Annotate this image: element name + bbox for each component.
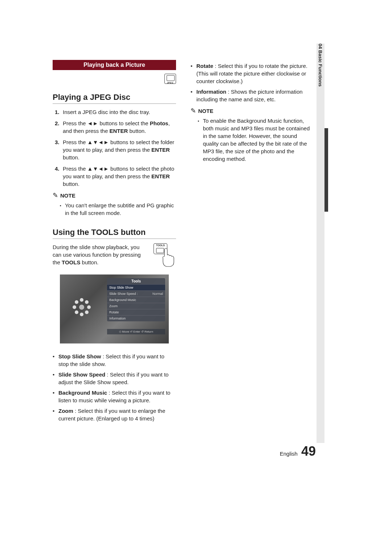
arrow-icons: ▲▼◄► — [87, 139, 109, 145]
bullet-text: Information : Shows the picture informat… — [196, 88, 314, 103]
menu-footer-hints: ◇ Move ⏎ Enter ↺ Return — [107, 329, 165, 334]
jpeg-icon — [164, 74, 176, 84]
note-icon: ✎ — [191, 107, 196, 115]
chapter-tab: 04 Basic Functions — [318, 44, 325, 88]
bullet-text: Rotate : Select this if you to rotate th… — [196, 62, 314, 85]
tools-menu-screenshot: Tools Stop Slide Show Slide Show Speed :… — [60, 274, 169, 343]
menu-item: Background Music — [107, 297, 165, 303]
menu-item: Information — [107, 315, 165, 321]
bullet-text: Slide Show Speed : Select this if you wa… — [58, 371, 176, 386]
step-text: Press the ▲▼◄► buttons to select the fol… — [63, 138, 176, 161]
step-number: 3. — [55, 138, 63, 161]
bullet-text: Zoom : Select this if you want to enlarg… — [58, 407, 176, 422]
tools-menu-panel: Tools Stop Slide Show Slide Show Speed :… — [107, 278, 165, 321]
bullet-icon: • — [53, 371, 58, 386]
menu-item: Stop Slide Show — [107, 284, 165, 290]
side-thumb-tab-dark — [324, 128, 328, 212]
note-label: NOTE — [60, 192, 75, 199]
side-thumb-tab-bg — [317, 44, 324, 443]
tools-bullet-list-left: • Stop Slide Show : Select this if you w… — [53, 353, 176, 422]
footer-language: English — [280, 451, 298, 457]
bullet-item: • Slide Show Speed : Select this if you … — [53, 371, 176, 386]
flower-image — [73, 298, 91, 316]
divider — [53, 239, 176, 239]
step-item: 1. Insert a JPEG disc into the disc tray… — [55, 108, 176, 116]
bullet-icon: • — [53, 407, 58, 422]
note-text: You can't enlarge the subtitle and PG gr… — [65, 202, 176, 217]
menu-item: Slide Show Speed :Normal — [107, 290, 165, 297]
bullet-text: Background Music : Select this if you wa… — [58, 389, 176, 404]
bullet-icon: • — [53, 353, 58, 368]
note-bullet-icon: ▪ — [60, 203, 61, 217]
left-column: Playing back a Picture Playing a JPEG Di… — [53, 60, 176, 425]
step-number: 1. — [55, 108, 63, 116]
step-number: 4. — [55, 165, 63, 188]
chapter-tab-label: 04 Basic Functions — [318, 44, 323, 86]
bullet-icon: • — [53, 389, 58, 404]
heading-playing-jpeg: Playing a JPEG Disc — [53, 93, 176, 102]
step-text: Press the ▲▼◄► buttons to select the pho… — [63, 165, 176, 188]
hand-icon — [161, 248, 177, 268]
bullet-item: • Background Music : Select this if you … — [53, 389, 176, 404]
menu-item: Rotate — [107, 309, 165, 315]
page-content: Playing back a Picture Playing a JPEG Di… — [53, 60, 314, 425]
step-item: 4. Press the ▲▼◄► buttons to select the … — [55, 165, 176, 188]
note-text: To enable the Background Music function,… — [203, 117, 314, 163]
bullet-item: • Zoom : Select this if you want to enla… — [53, 407, 176, 422]
bullet-icon: • — [191, 88, 196, 103]
note-heading: ✎ NOTE — [191, 107, 314, 115]
note-item: ▪ You can't enlarge the subtitle and PG … — [60, 202, 176, 217]
section-banner: Playing back a Picture — [53, 60, 176, 70]
step-item: 2. Press the ◄► buttons to select the Ph… — [55, 119, 176, 135]
arrow-icons: ◄► — [87, 120, 98, 126]
right-column: • Rotate : Select this if you to rotate … — [191, 60, 314, 425]
note-icon: ✎ — [53, 191, 58, 199]
note-bullet-icon: ▪ — [198, 118, 199, 163]
page-number: 49 — [301, 444, 316, 459]
menu-item: Zoom — [107, 303, 165, 309]
arrow-icons: ▲▼◄► — [87, 166, 109, 172]
note-heading: ✎ NOTE — [53, 191, 176, 199]
tools-button-graphic: TOOLS — [153, 243, 176, 268]
tools-bullet-list-right: • Rotate : Select this if you to rotate … — [191, 62, 314, 103]
note-item: ▪ To enable the Background Music functio… — [198, 117, 314, 163]
page-footer: English 49 — [280, 444, 316, 459]
bullet-text: Stop Slide Show : Select this if you wan… — [58, 353, 176, 368]
tools-intro-text: During the slide show playback, you can … — [53, 243, 148, 266]
menu-title: Tools — [107, 278, 165, 284]
bullet-item: • Stop Slide Show : Select this if you w… — [53, 353, 176, 368]
steps-list: 1. Insert a JPEG disc into the disc tray… — [55, 108, 176, 188]
bullet-item: • Rotate : Select this if you to rotate … — [191, 62, 314, 85]
heading-using-tools: Using the TOOLS button — [53, 228, 176, 237]
bullet-item: • Information : Shows the picture inform… — [191, 88, 314, 103]
note-label: NOTE — [198, 108, 213, 114]
jpeg-disc-icon-row — [53, 74, 176, 85]
step-item: 3. Press the ▲▼◄► buttons to select the … — [55, 138, 176, 161]
step-text: Press the ◄► buttons to select the Photo… — [63, 119, 176, 135]
step-text: Insert a JPEG disc into the disc tray. — [63, 108, 176, 116]
step-number: 2. — [55, 119, 63, 135]
divider — [53, 103, 176, 104]
bullet-icon: • — [191, 62, 196, 85]
